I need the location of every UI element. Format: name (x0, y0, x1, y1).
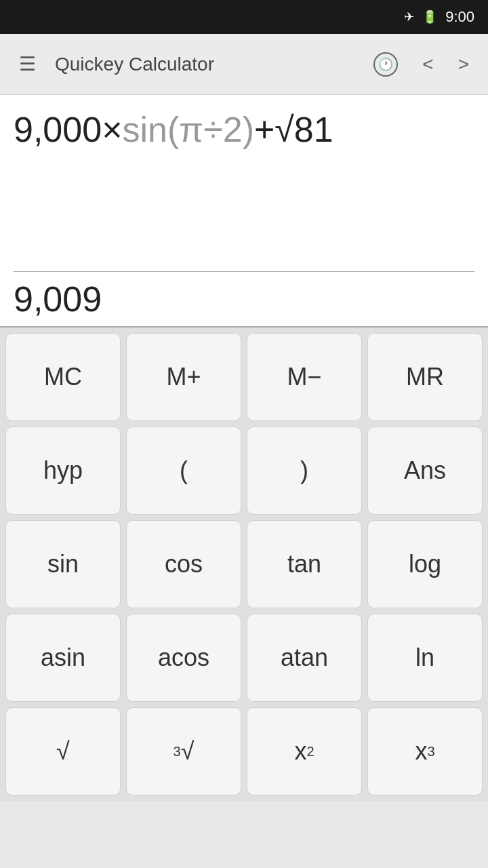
result-bar: 9,009 (14, 271, 474, 326)
expression-display: 9,000×sin(π÷2)+√81 (14, 108, 474, 163)
clock-icon: 🕐 (373, 52, 398, 77)
ans-button[interactable]: Ans (367, 427, 483, 515)
hyp-button[interactable]: hyp (5, 427, 121, 515)
square-button[interactable]: x2 (247, 707, 362, 795)
ln-button[interactable]: ln (367, 614, 483, 702)
result-display: 9,009 (14, 279, 474, 319)
display-area: 9,000×sin(π÷2)+√81 9,009 (0, 95, 488, 328)
cube-button[interactable]: x3 (367, 707, 483, 795)
m-minus-button[interactable]: M− (247, 333, 362, 421)
tan-button[interactable]: tan (247, 520, 362, 608)
mc-button[interactable]: MC (5, 333, 121, 421)
m-plus-button[interactable]: M+ (126, 333, 241, 421)
mr-button[interactable]: MR (367, 333, 483, 421)
status-bar: ✈ 🔋 9:00 (0, 0, 488, 34)
sin-button[interactable]: sin (5, 520, 121, 608)
open-paren-button[interactable]: ( (126, 427, 241, 515)
toolbar: ☰ Quickey Calculator 🕐 < > (0, 34, 488, 95)
acos-button[interactable]: acos (126, 614, 241, 702)
log-button[interactable]: log (367, 520, 483, 608)
keypad: MC M+ M− MR hyp ( ) Ans sin cos tan log … (0, 328, 488, 801)
menu-button[interactable]: ☰ (14, 47, 41, 81)
close-paren-button[interactable]: ) (247, 427, 362, 515)
back-button[interactable]: < (417, 48, 439, 81)
trig-expression: sin(π÷2) (123, 110, 254, 149)
status-time: 9:00 (445, 8, 474, 26)
atan-button[interactable]: atan (247, 614, 362, 702)
airplane-icon: ✈ (404, 9, 414, 24)
cos-button[interactable]: cos (126, 520, 241, 608)
asin-button[interactable]: asin (5, 614, 121, 702)
battery-charging-icon: 🔋 (422, 9, 437, 24)
app-title: Quickey Calculator (55, 54, 354, 75)
history-button[interactable]: 🕐 (368, 47, 403, 82)
forward-button[interactable]: > (453, 48, 474, 81)
cbrt-button[interactable]: 3√ (126, 707, 241, 795)
sqrt-button[interactable]: √ (5, 707, 121, 795)
